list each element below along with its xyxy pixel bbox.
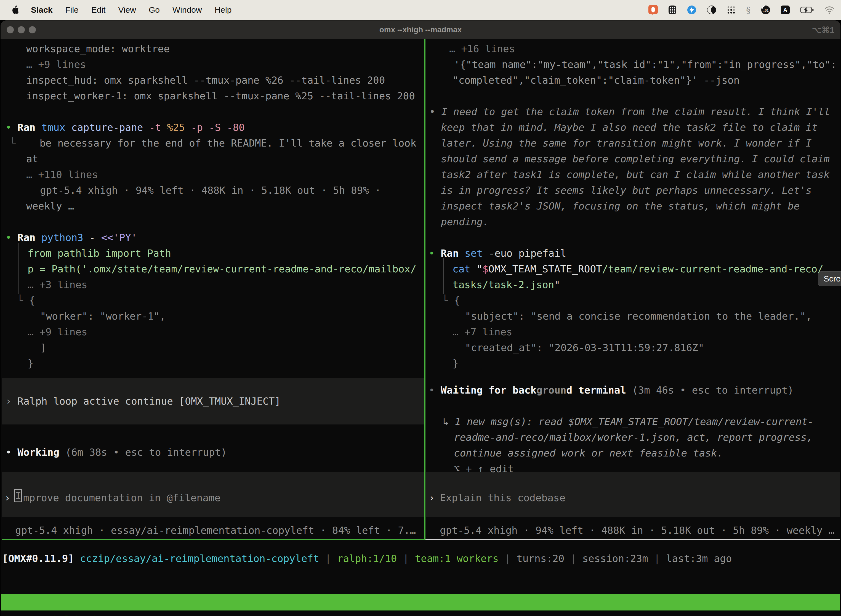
input-source-icon[interactable]: A [781,6,790,14]
menu-item-view[interactable]: View [118,5,136,15]
screen: Slack File Edit View Go Window Help § ..… [0,0,841,616]
menu-item-help[interactable]: Help [215,5,232,15]
menu-item-window[interactable]: Window [173,5,202,15]
battery-gauge-icon[interactable]: ..61 [761,5,771,15]
squiggle-icon[interactable]: § [746,5,750,15]
keypad-shield-icon[interactable] [668,5,677,15]
window-title: omx --xhigh --madmax [0,21,841,39]
battery-charging-icon[interactable] [800,6,814,14]
menu-item-edit[interactable]: Edit [91,5,105,15]
moon-circle-icon[interactable] [707,5,716,15]
input-source-label: A [783,7,787,13]
menu-item-file[interactable]: File [65,5,78,15]
wifi-icon[interactable] [825,6,834,14]
menu-left: Slack File Edit View Go Window Help [0,5,244,15]
screen-record-icon[interactable] [648,5,658,15]
bolt-badge-icon[interactable] [687,5,696,15]
apple-menu-icon[interactable] [12,6,19,14]
battery-percent-label: ..61 [763,8,769,12]
menu-item-slack[interactable]: Slack [31,5,53,15]
window-title-bar: omx --xhigh --madmax ⌥⌘1 [0,21,841,39]
macos-menu-bar: Slack File Edit View Go Window Help § ..… [0,0,841,20]
menu-item-go[interactable]: Go [149,5,160,15]
dots-grid-icon[interactable] [727,6,736,14]
window-shortcut: ⌥⌘1 [812,21,834,39]
menu-bar-status-icons: § ..61 A [648,5,841,15]
terminal-window [0,21,841,616]
